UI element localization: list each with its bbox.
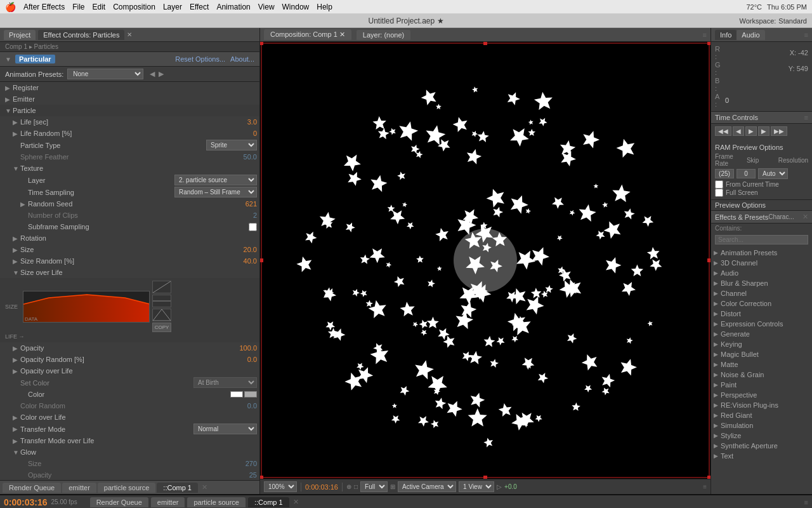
comp-tab-composition[interactable]: Composition: Comp 1 ✕ [264, 29, 351, 40]
register-row[interactable]: ▶ Register [0, 82, 259, 93]
next-frame-btn[interactable]: ▶▶ [771, 126, 787, 136]
ep-cat-expression-controls[interactable]: ▶Expression Controls [711, 319, 812, 329]
opacity-over-life-toggle[interactable]: ▶ [13, 368, 20, 375]
size-over-life-toggle[interactable]: ▼ [13, 269, 20, 276]
opacity-random-row[interactable]: ▶ Opacity Random [%] 0.0 [0, 354, 259, 365]
transfer-mode-over-life-toggle[interactable]: ▶ [13, 438, 20, 444]
life-row[interactable]: ▶ Life [sec] 3.0 [0, 116, 259, 128]
transfer-mode-over-life-row[interactable]: ▶ Transfer Mode over Life [0, 435, 259, 446]
graph-canvas[interactable]: DATA [23, 291, 150, 323]
camera-dropdown[interactable]: Active Camera [398, 481, 456, 492]
glow-row[interactable]: ▼ Glow [0, 446, 259, 458]
time-sampling-dropdown[interactable]: Random – Still Frame [174, 187, 257, 197]
life-random-row[interactable]: ▶ Life Random [%] 0 [0, 128, 259, 139]
reset-options-link[interactable]: Reset Options... [175, 55, 225, 63]
particle-type-dropdown[interactable]: Sprite [206, 140, 257, 150]
life-toggle[interactable]: ▶ [13, 119, 20, 126]
ep-cat-matte[interactable]: ▶Matte [711, 359, 812, 370]
color-over-life-row[interactable]: ▶ Color over Life [0, 411, 259, 423]
timeline-tab-comp1[interactable]: ::Comp 1 [248, 497, 289, 507]
transfer-mode-dropdown[interactable]: Normal [193, 424, 257, 434]
opacity-value[interactable]: 100.0 [232, 344, 257, 352]
copy-btn[interactable]: COPY [152, 323, 171, 332]
size-random-toggle[interactable]: ▶ [13, 258, 20, 265]
size-over-life-row[interactable]: ▼ Size over Life [0, 267, 259, 278]
comp-tab-layer[interactable]: Layer: (none) [357, 30, 410, 40]
graph-preset-3[interactable] [152, 309, 171, 321]
size-value[interactable]: 20.0 [232, 246, 257, 253]
resolution-dropdown[interactable]: Auto [758, 168, 788, 179]
prev-frame-btn[interactable]: ◀◀ [715, 126, 731, 136]
tab-effect-controls[interactable]: Effect Controls: Particles [38, 30, 124, 40]
apple-menu[interactable]: 🍎 [5, 2, 16, 12]
render-btn[interactable]: ▷ [497, 483, 502, 490]
rotation-row[interactable]: ▶ Rotation [0, 232, 259, 244]
menu-effect[interactable]: Effect [190, 3, 209, 11]
step-fwd-btn[interactable]: ▶ [758, 126, 769, 136]
zoom-dropdown[interactable]: 100% [264, 481, 297, 492]
presets-left-btn[interactable]: ◀ [150, 70, 155, 78]
timeline-timecode[interactable]: 0:00:03:16 [4, 497, 48, 507]
ep-cat-channel[interactable]: ▶Channel [711, 288, 812, 298]
expand-icon[interactable]: ▼ [5, 56, 11, 63]
texture-row[interactable]: ▼ Texture [0, 163, 259, 174]
timeline-tab-close[interactable]: ✕ [293, 498, 299, 506]
workspace-value[interactable]: Standard [778, 17, 807, 25]
presets-right-btn[interactable]: ▶ [159, 70, 164, 78]
menu-composition[interactable]: Composition [113, 3, 155, 11]
life-value[interactable]: 3.0 [232, 118, 257, 126]
play-btn[interactable]: ▶ [745, 126, 757, 136]
random-seed-toggle[interactable]: ▶ [20, 201, 28, 208]
menu-edit[interactable]: Edit [92, 3, 105, 11]
ep-cat-perspective[interactable]: ▶Perspective [711, 390, 812, 400]
presets-dropdown[interactable]: None [67, 69, 143, 79]
tab-info[interactable]: Info [715, 30, 737, 40]
color-swatch-alt[interactable] [244, 391, 257, 398]
emitter-row[interactable]: ▶ Emitter [0, 93, 259, 105]
full-screen-checkbox[interactable] [715, 189, 723, 197]
channel-btn[interactable]: ⊕ [346, 483, 351, 490]
tab-comp1[interactable]: ::Comp 1 [157, 483, 198, 493]
ep-cat-3d-channel[interactable]: ▶3D Channel [711, 258, 812, 268]
quality-dropdown[interactable]: Full [360, 481, 388, 492]
opacity-over-life-row[interactable]: ▶ Opacity over Life [0, 365, 259, 377]
ep-cat-generate[interactable]: ▶Generate [711, 329, 812, 339]
particle-section[interactable]: ▼ Particle [0, 105, 259, 116]
timeline-menu[interactable]: ≡ [804, 498, 808, 506]
size-row[interactable]: ▶ Size 20.0 [0, 244, 259, 255]
ep-cat-color-correction[interactable]: ▶Color Correction [711, 298, 812, 309]
ep-cat-animation-presets[interactable]: ▶Animation Presets [711, 248, 812, 258]
size-toggle[interactable]: ▶ [13, 246, 20, 253]
color-swatch[interactable] [230, 391, 243, 398]
ep-cat-paint[interactable]: ▶Paint [711, 380, 812, 390]
life-random-value[interactable]: 0 [232, 130, 257, 137]
opacity-random-toggle[interactable]: ▶ [13, 356, 20, 363]
texture-layer-dropdown[interactable]: 2. particle source [174, 175, 257, 185]
menu-layer[interactable]: Layer [163, 3, 182, 11]
rotation-toggle[interactable]: ▶ [13, 235, 20, 242]
color-over-life-toggle[interactable]: ▶ [13, 414, 20, 421]
set-color-dropdown[interactable]: At Birth [193, 377, 257, 388]
skip-value[interactable]: 0 [737, 169, 756, 178]
subframe-checkbox[interactable] [249, 223, 257, 231]
graph-preset-1[interactable] [152, 281, 171, 293]
opacity-random-value[interactable]: 0.0 [232, 356, 257, 363]
from-current-checkbox[interactable] [715, 180, 723, 189]
ep-cat-red-giant[interactable]: ▶Red Giant [711, 410, 812, 420]
ep-cat-synthetic-aperture[interactable]: ▶Synthetic Aperture [711, 441, 812, 451]
timeline-tab-emitter[interactable]: emitter [151, 497, 185, 507]
timeline-tab-particle-src[interactable]: particle source [187, 497, 246, 507]
register-toggle[interactable]: ▶ [5, 84, 13, 91]
ep-cat-text[interactable]: ▶Text [711, 451, 812, 461]
glow-toggle[interactable]: ▼ [13, 449, 20, 456]
menu-after-effects[interactable]: After Effects [23, 3, 65, 11]
ep-cat-noise-grain[interactable]: ▶Noise & Grain [711, 370, 812, 380]
life-random-toggle[interactable]: ▶ [13, 130, 20, 137]
ep-cat-magic-bullet[interactable]: ▶Magic Bullet [711, 349, 812, 359]
ep-cat-audio[interactable]: ▶Audio [711, 268, 812, 278]
toggle-btn[interactable]: ⊞ [390, 483, 395, 490]
tab-particle-source[interactable]: particle source [98, 483, 156, 493]
resolution-btn[interactable]: □ [354, 483, 358, 490]
ep-cat-stylize[interactable]: ▶Stylize [711, 431, 812, 441]
characters-label[interactable]: Charac... [768, 213, 794, 220]
